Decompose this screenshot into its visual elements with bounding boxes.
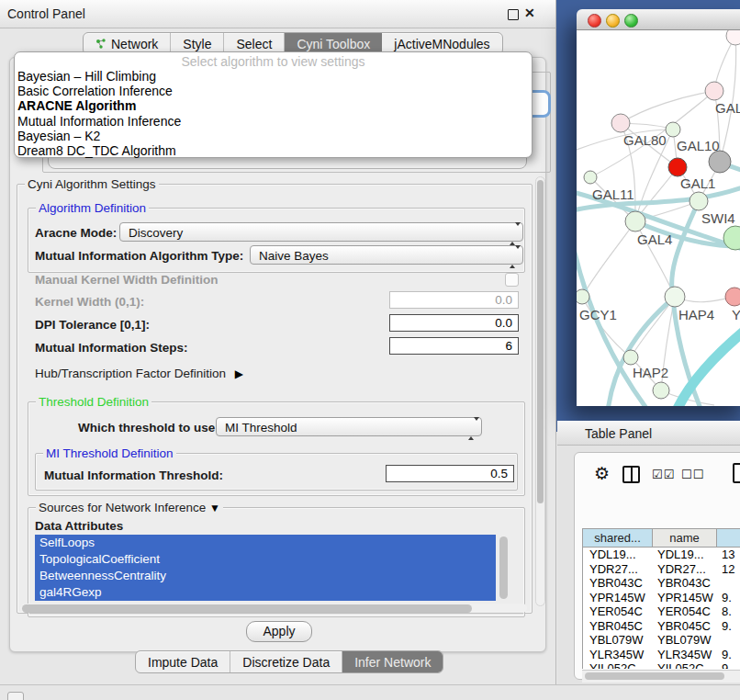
algorithm-option[interactable]: Mutual Information Inference xyxy=(15,114,532,129)
table-row[interactable]: YDL19...YDL19...13 xyxy=(583,548,740,562)
collapsed-panel-button[interactable] xyxy=(7,692,24,700)
settings-vertical-scrollbar[interactable] xyxy=(535,176,545,606)
network-node-gcy1[interactable] xyxy=(577,289,589,304)
attribute-item-selected[interactable]: gal4RGexp xyxy=(35,584,496,601)
minimize-traffic-light[interactable] xyxy=(606,14,620,28)
show-checked-icon[interactable]: ☑☑ xyxy=(652,468,675,481)
cell: YBR043C xyxy=(583,576,653,591)
which-threshold-combo[interactable]: MI Threshold xyxy=(216,417,482,436)
network-node[interactable] xyxy=(726,30,740,45)
show-unchecked-icon[interactable]: ☐☐ xyxy=(681,468,704,481)
cell: 12 xyxy=(717,562,740,577)
table-row[interactable]: YER054CYER054C8. xyxy=(583,604,740,619)
network-node-swi4[interactable] xyxy=(690,192,708,210)
control-panel-titlebar: Control Panel ✕ xyxy=(0,0,555,28)
node-label: GAL80 xyxy=(623,132,667,148)
network-window-titlebar[interactable] xyxy=(577,9,740,30)
table-row[interactable]: YPR145WYPR145W9. xyxy=(583,591,740,605)
close-icon[interactable]: ✕ xyxy=(524,6,535,20)
table-horizontal-scrollbar[interactable] xyxy=(582,670,740,683)
network-node-gal4[interactable] xyxy=(625,211,645,231)
collapse-arrow-icon: ▼ xyxy=(209,502,220,514)
network-node-gal1-red[interactable] xyxy=(668,158,687,176)
cell: YBR045C xyxy=(653,619,717,634)
table-row[interactable]: YIL052CYIL052C9. xyxy=(583,661,740,669)
data-attributes-list: SelfLoops TopologicalCoefficient Between… xyxy=(35,535,496,601)
tab-cyni-toolbox-label: Cyni Toolbox xyxy=(297,37,370,51)
network-node-gal[interactable] xyxy=(705,82,723,100)
table-row[interactable]: YLR345WYLR345W9. xyxy=(583,648,740,662)
attribute-list-scrollbar[interactable] xyxy=(499,536,508,600)
network-node-gal10[interactable] xyxy=(666,122,680,137)
node-label: HAP2 xyxy=(633,365,668,380)
cell: 13 xyxy=(717,548,740,562)
column-header-shared-name[interactable]: shared... xyxy=(583,529,653,547)
tab-style-label: Style xyxy=(183,37,211,51)
column-header-cut[interactable] xyxy=(717,529,740,547)
column-header-name[interactable]: name xyxy=(653,529,717,547)
columns-icon[interactable] xyxy=(622,466,640,483)
table-row[interactable]: YBR043CYBR043C xyxy=(583,576,740,591)
cell: YPR145W xyxy=(583,591,653,605)
attribute-item-selected[interactable]: TopologicalCoefficient xyxy=(35,551,496,568)
aracne-mode-label: Aracne Mode: xyxy=(35,226,117,240)
table-row[interactable]: YBR045CYBR045C9. xyxy=(583,619,740,634)
mi-threshold-field[interactable] xyxy=(386,465,514,482)
cell: YLR345W xyxy=(653,648,717,662)
zoom-traffic-light[interactable] xyxy=(624,14,638,28)
network-node-gray[interactable] xyxy=(709,151,731,173)
manual-kernel-checkbox[interactable] xyxy=(505,273,519,287)
mi-threshold-label: Mutual Information Threshold: xyxy=(44,469,223,482)
network-node-hap4[interactable] xyxy=(665,287,685,307)
hub-definition-toggle[interactable]: Hub/Transcription Factor Definition ▶ xyxy=(35,367,243,380)
cell: 9. xyxy=(717,661,740,669)
status-strip xyxy=(0,684,740,700)
tab-infer-network-label: Infer Network xyxy=(354,655,431,670)
network-node-gal80[interactable] xyxy=(611,114,630,132)
mi-type-combo[interactable]: Naive Bayes xyxy=(250,245,523,265)
aracne-mode-combo[interactable]: Discovery xyxy=(119,222,523,242)
combo-stepper-icon xyxy=(510,226,518,243)
gear-icon[interactable]: ⚙ xyxy=(594,465,610,482)
close-traffic-light[interactable] xyxy=(588,14,601,28)
node-label: GAL11 xyxy=(592,186,634,202)
table-body: YDL19...YDL19...13 YDR27...YDR27...12 YB… xyxy=(582,548,740,669)
manual-kernel-label: Manual Kernel Width Definition xyxy=(35,273,218,287)
algorithm-option[interactable]: Bayesian – K2 xyxy=(15,129,532,143)
network-node-y[interactable] xyxy=(725,288,740,306)
threshold-definition-title: Threshold Definition xyxy=(36,395,151,409)
dpi-tolerance-field[interactable] xyxy=(389,314,519,332)
sources-group-title[interactable]: Sources for Network Inference ▼ xyxy=(36,501,223,515)
node-label: GAL1 xyxy=(680,175,715,191)
cell xyxy=(717,576,740,591)
network-node-hap2[interactable] xyxy=(623,350,638,365)
table-row[interactable]: YBL079WYBL079W xyxy=(583,633,740,648)
attribute-item-selected[interactable]: BetweennessCentrality xyxy=(35,568,496,584)
cell: YDL19... xyxy=(583,548,653,562)
cell: YLR345W xyxy=(583,648,653,662)
tab-discretize-data[interactable]: Discretize Data xyxy=(230,651,342,672)
cell: YBR043C xyxy=(653,576,717,591)
document-icon[interactable] xyxy=(733,463,740,483)
mi-steps-field[interactable] xyxy=(389,337,519,355)
algorithm-option[interactable]: Bayesian – Hill Climbing xyxy=(15,69,532,84)
sources-title-label: Sources for Network Inference xyxy=(39,501,206,514)
attribute-item-selected[interactable]: SelfLoops xyxy=(35,535,496,551)
tab-impute-data[interactable]: Impute Data xyxy=(136,651,230,672)
algorithm-option-selected[interactable]: ARACNE Algorithm xyxy=(15,98,532,113)
table-row[interactable]: YDR27...YDR27...12 xyxy=(583,562,740,577)
network-canvas[interactable]: GAL GAL80 GAL10 GAL1 GAL11 SWI4 GAL4 GCY… xyxy=(577,30,740,406)
cell: YBR045C xyxy=(583,619,653,634)
settings-horizontal-scrollbar[interactable] xyxy=(20,604,527,613)
kernel-width-label: Kernel Width (0,1): xyxy=(35,295,144,309)
tab-infer-network[interactable]: Infer Network xyxy=(342,651,443,672)
table-panel-body: ⚙ ☑☑ ☐☐ shared... name YDL19...YDL19...1… xyxy=(574,452,740,680)
apply-button[interactable]: Apply xyxy=(246,621,312,642)
network-node[interactable] xyxy=(653,382,669,399)
algorithm-option[interactable]: Dream8 DC_TDC Algorithm xyxy=(15,143,532,158)
float-window-icon[interactable] xyxy=(508,9,519,20)
network-node-gal11[interactable] xyxy=(584,171,597,184)
kernel-width-field[interactable] xyxy=(389,291,519,309)
algorithm-option[interactable]: Basic Correlation Inference xyxy=(15,84,532,98)
cell: YBL079W xyxy=(653,633,717,648)
